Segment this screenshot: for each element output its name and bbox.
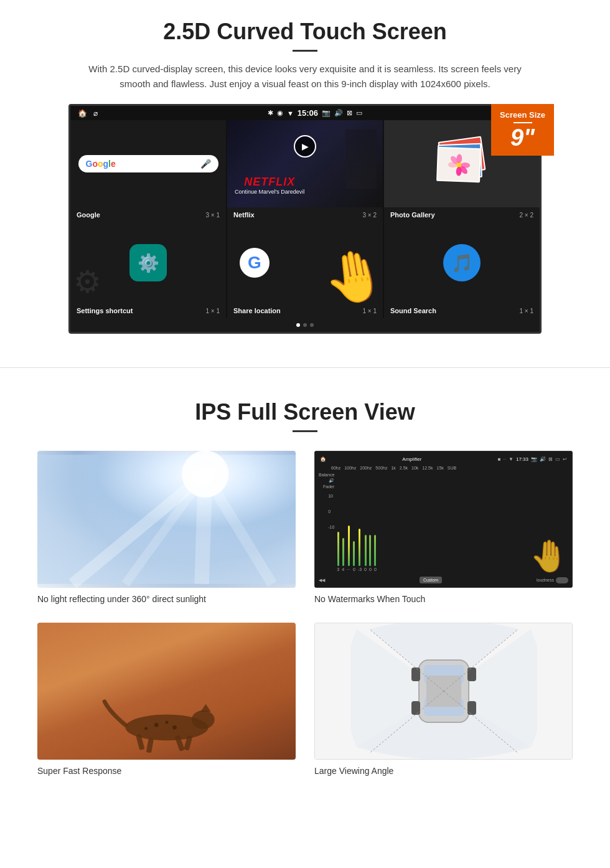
amp-title: Amplifier: [402, 456, 421, 462]
cheetah-svg: [80, 691, 254, 753]
eq-slider-8[interactable]: [374, 535, 376, 566]
watermarks-label: No Watermarks When Touch: [314, 594, 573, 604]
google-search-bar[interactable]: Google 🎤: [78, 155, 218, 172]
amp-home-icon: 🏠: [320, 456, 326, 462]
sunlight-label: No light reflecting under 360° direct su…: [37, 594, 296, 604]
settings-app-cell[interactable]: ⚙️ ⚙: [70, 222, 226, 303]
settings-label-size: 1 × 1: [205, 308, 220, 314]
netflix-figure: [345, 130, 377, 189]
sunlight-bg: [37, 451, 296, 588]
eq-slider-6[interactable]: [365, 535, 367, 566]
amp-screen: 🏠 Amplifier ■··▼ 17:33 📷🔊⊠▭↩ 60hz 100hz …: [314, 451, 573, 588]
eq-slider-7[interactable]: [369, 535, 371, 566]
amp-image: 🏠 Amplifier ■··▼ 17:33 📷🔊⊠▭↩ 60hz 100hz …: [314, 451, 573, 588]
amp-eq-sliders: 3 4 ··· 0: [337, 471, 531, 574]
eq-slider-4[interactable]: [353, 541, 355, 566]
maps-icon: G: [240, 248, 270, 278]
netflix-play-button[interactable]: ▶: [294, 135, 316, 158]
amp-status-icons: ■··▼ 17:33 📷🔊⊠▭↩: [498, 456, 567, 462]
amp-footer: ◀◀ Custom loudness: [319, 577, 568, 583]
car-label: Large Viewing Angle: [314, 766, 573, 776]
netflix-label: Netflix 3 × 2: [227, 207, 383, 222]
amp-custom-button[interactable]: Custom: [420, 577, 442, 583]
share-label-size: 1 × 1: [362, 308, 377, 314]
location-icon: ◉: [277, 109, 283, 117]
photo-card-main: [436, 147, 481, 182]
share-location-cell[interactable]: G 🤚: [227, 222, 383, 303]
netflix-label-name: Netflix: [233, 211, 255, 219]
status-left-icons: 🏠 ⌀: [78, 109, 98, 118]
photo-stack: [437, 139, 487, 189]
scroll-dot-3: [310, 323, 314, 327]
feature-car: Large Viewing Angle: [314, 623, 573, 776]
share-cell-content: G 🤚: [227, 222, 383, 303]
feature-cheetah: Super Fast Response: [37, 623, 296, 776]
cheetah-label: Super Fast Response: [37, 766, 296, 776]
svg-rect-29: [467, 668, 476, 681]
photo-label-size: 2 × 2: [519, 212, 533, 219]
share-label-name: Share location: [233, 307, 281, 314]
cheetah-image: [37, 623, 296, 760]
netflix-logo: NETFLIX Continue Marvel's Daredevil: [235, 176, 304, 195]
feature-watermarks: 🏠 Amplifier ■··▼ 17:33 📷🔊⊠▭↩ 60hz 100hz …: [314, 451, 573, 604]
amp-loudness-toggle[interactable]: [556, 577, 568, 583]
amp-back-icon: ◀◀: [319, 578, 325, 583]
amp-header: 🏠 Amplifier ■··▼ 17:33 📷🔊⊠▭↩: [319, 455, 568, 463]
google-label-name: Google: [77, 211, 100, 219]
svg-point-14: [192, 710, 215, 729]
sunlight-svg: [37, 451, 296, 588]
bottom-app-labels: Settings shortcut 1 × 1 Share location 1…: [70, 303, 540, 318]
svg-point-21: [172, 725, 177, 730]
top-app-labels: Google 3 × 1 Netflix 3 × 2 Photo Gallery…: [70, 207, 540, 222]
netflix-label-size: 3 × 2: [362, 212, 377, 219]
svg-rect-28: [411, 668, 420, 681]
home-icon: 🏠: [78, 109, 87, 118]
netflix-subtitle: Continue Marvel's Daredevil: [235, 189, 304, 195]
eq-slider-2[interactable]: [342, 538, 344, 566]
sound-search-cell[interactable]: 🎵: [384, 222, 540, 303]
sound-label: Sound Search 1 × 1: [384, 303, 540, 318]
amp-freq-labels: 60hz 100hz 200hz 500hz 1k 2.5k 10k 12.5k…: [319, 466, 568, 470]
mic-icon: 🎤: [200, 159, 211, 169]
curved-description: With 2.5D curved-display screen, this de…: [87, 62, 523, 92]
flower-svg: [441, 151, 477, 179]
hand-icon: 🤚: [319, 243, 383, 303]
title-divider: [293, 50, 317, 52]
feature-grid: No light reflecting under 360° direct su…: [37, 451, 573, 776]
screen-icon: ▭: [356, 109, 362, 117]
netflix-app-cell[interactable]: ▶ NETFLIX Continue Marvel's Daredevil: [227, 120, 383, 207]
scroll-dot-2: [303, 323, 307, 327]
cheetah-bg: [37, 623, 296, 760]
sound-label-name: Sound Search: [390, 307, 436, 314]
eq-slider-5[interactable]: [359, 529, 360, 566]
amp-side-labels: Balance 🔊 Fader 10 0 -10: [319, 473, 337, 574]
status-center: ✱ ◉ ▼ 15:06 📷 🔊 ⊠ ▭: [98, 108, 532, 118]
ips-title: IPS Full Screen View: [37, 399, 573, 425]
scroll-dot-1: [296, 323, 300, 327]
device-wrapper: Screen Size 9" 🏠 ⌀ ✱ ◉ ▼ 15:06 📷 🔊 ⊠: [62, 104, 548, 334]
svg-marker-23: [200, 704, 211, 712]
badge-divider: [514, 122, 532, 123]
page-divider: [0, 367, 610, 368]
settings-icon: ⚙️: [129, 244, 167, 281]
status-time: 15:06: [298, 108, 318, 118]
photo-label: Photo Gallery 2 × 2: [384, 207, 540, 222]
sound-label-size: 1 × 1: [519, 308, 533, 314]
curved-title: 2.5D Curved Touch Screen: [37, 19, 573, 45]
screen-size-badge: Screen Size 9": [491, 104, 554, 156]
share-label: Share location 1 × 1: [227, 303, 383, 318]
eq-slider-3[interactable]: [348, 526, 350, 566]
eq-slider-1[interactable]: [337, 532, 339, 566]
svg-rect-31: [467, 701, 476, 715]
car-image: [314, 623, 573, 760]
android-screen: 🏠 ⌀ ✱ ◉ ▼ 15:06 📷 🔊 ⊠ ▭: [68, 104, 542, 334]
amp-body: Balance 🔊 Fader 10 0 -10: [319, 471, 568, 574]
google-logo: Google: [86, 159, 116, 169]
google-app-cell[interactable]: Google 🎤: [70, 120, 226, 207]
ips-section: IPS Full Screen View: [0, 387, 610, 795]
feature-sunlight: No light reflecting under 360° direct su…: [37, 451, 296, 604]
camera-icon: 📷: [322, 109, 331, 117]
sunlight-image: [37, 451, 296, 588]
top-app-grid: Google 🎤 ▶ NETFLIX Continue Marvel's Dar…: [70, 120, 540, 207]
car-view: [314, 623, 573, 760]
